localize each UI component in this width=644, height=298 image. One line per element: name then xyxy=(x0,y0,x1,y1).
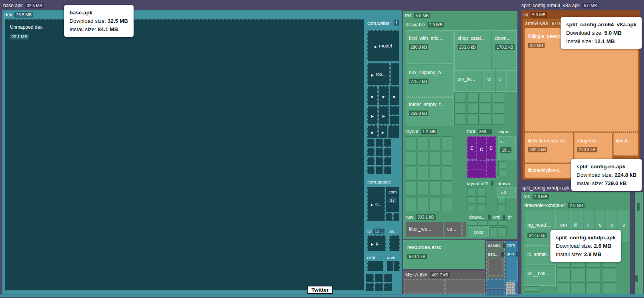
cell-model[interactable]: model xyxy=(367,30,399,61)
cell-ic[interactable]: ic_... 18... xyxy=(498,136,516,160)
treemap-cell[interactable] xyxy=(498,161,506,168)
treemap-cell[interactable] xyxy=(467,93,479,103)
treemap-cell[interactable] xyxy=(557,282,571,293)
treemap-cell[interactable] xyxy=(454,104,466,114)
treemap-cell[interactable] xyxy=(367,261,383,271)
cell-pin-tw[interactable]: pin_tw... xyxy=(454,70,482,92)
section-com-twitter[interactable]: com.twitter 1 model roo... xyxy=(366,19,400,176)
treemap-cell[interactable] xyxy=(506,282,515,294)
treemap-cell[interactable] xyxy=(506,70,517,92)
treemap-cell[interactable] xyxy=(467,115,479,125)
treemap-cell[interactable] xyxy=(390,63,399,85)
panel-en-apk[interactable]: sp xyxy=(633,184,644,296)
treemap-cell[interactable] xyxy=(499,227,507,237)
cell-s[interactable]: s xyxy=(496,70,505,92)
treemap-cell[interactable] xyxy=(389,235,400,251)
treemap-cell[interactable] xyxy=(430,136,440,150)
font-cell[interactable] xyxy=(486,160,496,178)
cell-com[interactable]: com 17 xyxy=(386,187,399,212)
treemap-cell[interactable] xyxy=(375,283,383,291)
treemap-cell[interactable] xyxy=(442,182,452,196)
treemap-cell[interactable] xyxy=(367,139,375,147)
treemap-cell[interactable] xyxy=(442,167,452,181)
treemap-cell[interactable] xyxy=(454,93,466,103)
treemap-cell[interactable] xyxy=(367,125,378,138)
cell-filter-res[interactable]: filter_res... xyxy=(406,222,443,237)
section-an[interactable]: an... xyxy=(388,227,400,252)
treemap-cell[interactable] xyxy=(366,283,374,291)
treemap-cell[interactable] xyxy=(390,116,399,124)
treemap-cell[interactable] xyxy=(418,152,428,166)
treemap-cell[interactable] xyxy=(384,166,391,174)
treemap-cell[interactable] xyxy=(430,152,440,166)
treemap-cell[interactable] xyxy=(572,269,586,281)
treemap-cell[interactable] xyxy=(486,279,505,289)
cell-ca[interactable]: ca... xyxy=(444,222,462,237)
treemap-cell[interactable] xyxy=(467,104,479,114)
treemap-cell[interactable] xyxy=(498,170,506,176)
treemap-cell[interactable] xyxy=(499,220,507,226)
treemap-cell[interactable] xyxy=(406,197,416,211)
cell-unmapped-dex[interactable]: Unmapped dex 23.1 MB xyxy=(5,19,364,290)
treemap-cell[interactable] xyxy=(454,115,466,125)
treemap-cell[interactable] xyxy=(572,282,586,293)
treemap-cell[interactable] xyxy=(507,259,518,281)
treemap-cell[interactable] xyxy=(378,86,389,105)
treemap-cell[interactable] xyxy=(367,166,375,174)
treemap-cell[interactable] xyxy=(367,86,378,105)
treemap-cell[interactable] xyxy=(384,283,392,291)
cell-a[interactable]: a... xyxy=(367,187,385,221)
treemap-cell[interactable] xyxy=(404,279,445,294)
treemap-cell[interactable] xyxy=(557,269,571,281)
cell-bird-with-mic[interactable]: bird_with_mic.... 280.0 kB xyxy=(406,30,454,64)
treemap-cell[interactable] xyxy=(418,136,428,150)
treemap-cell[interactable] xyxy=(394,261,400,271)
treemap-cell[interactable] xyxy=(462,222,466,237)
treemap-cell[interactable] xyxy=(384,148,391,156)
cell-p[interactable]: p... xyxy=(367,235,386,251)
cell-shop-catal[interactable]: shop_catal... 253.6 kB xyxy=(454,30,491,69)
treemap-cell[interactable] xyxy=(430,182,440,196)
cell-libopencl[interactable]: libopencl... 270.3 kB xyxy=(574,132,612,163)
font-cell[interactable]: c xyxy=(477,136,486,162)
cell-libnat[interactable]: libnat... xyxy=(613,132,638,156)
treemap-cell[interactable] xyxy=(480,93,491,103)
treemap-cell[interactable] xyxy=(367,148,375,156)
treemap-cell[interactable] xyxy=(477,196,486,204)
font-cell[interactable]: c xyxy=(467,136,477,160)
treemap-cell[interactable] xyxy=(480,104,491,114)
treemap-cell[interactable] xyxy=(467,205,476,211)
treemap-cell[interactable] xyxy=(493,104,504,114)
treemap-cell[interactable] xyxy=(384,157,391,165)
treemap-cell[interactable] xyxy=(367,157,375,165)
treemap-cell[interactable] xyxy=(390,86,399,105)
treemap-cell[interactable] xyxy=(366,274,374,282)
section-raw[interactable]: raw 393.1 kB filter_res... ca... xyxy=(404,213,466,238)
section-res-en[interactable] xyxy=(635,192,643,294)
treemap-cell[interactable] xyxy=(406,152,416,166)
treemap-cell[interactable] xyxy=(367,106,378,124)
font-cell[interactable]: c xyxy=(486,136,496,160)
treemap-cell[interactable] xyxy=(442,152,452,166)
treemap-cell[interactable] xyxy=(387,261,393,271)
treemap-cell[interactable] xyxy=(384,139,391,147)
treemap-cell[interactable] xyxy=(602,269,616,281)
treemap-cell[interactable] xyxy=(515,282,518,294)
treemap-cell[interactable] xyxy=(506,294,518,296)
treemap-cell[interactable] xyxy=(442,136,452,150)
treemap-cell[interactable] xyxy=(469,220,478,226)
cell-libtwittermedia[interactable]: libtwittermedia.so 482.4 kB xyxy=(525,132,573,163)
treemap-cell[interactable] xyxy=(602,282,616,293)
section-layout[interactable]: layout 1.2 MB xyxy=(405,128,465,211)
section-tv[interactable]: tv 13... p... xyxy=(366,227,386,252)
section-drawable-v3[interactable]: drawa... xml dr color xyxy=(468,213,516,238)
treemap-cell[interactable] xyxy=(587,269,601,281)
treemap-cell[interactable] xyxy=(406,167,416,181)
treemap-cell[interactable] xyxy=(418,197,428,211)
treemap-cell[interactable] xyxy=(376,139,383,147)
section-com-google[interactable]: com.google a... com 17 xyxy=(366,178,400,226)
section-mipmap[interactable]: mipm... ic_... 18... xyxy=(497,128,516,178)
section-font[interactable]: font 368.... c c c xyxy=(466,128,496,178)
cell-down[interactable]: down... 170.2 kB xyxy=(492,30,517,69)
section-okht[interactable]: okht... xyxy=(366,254,384,272)
